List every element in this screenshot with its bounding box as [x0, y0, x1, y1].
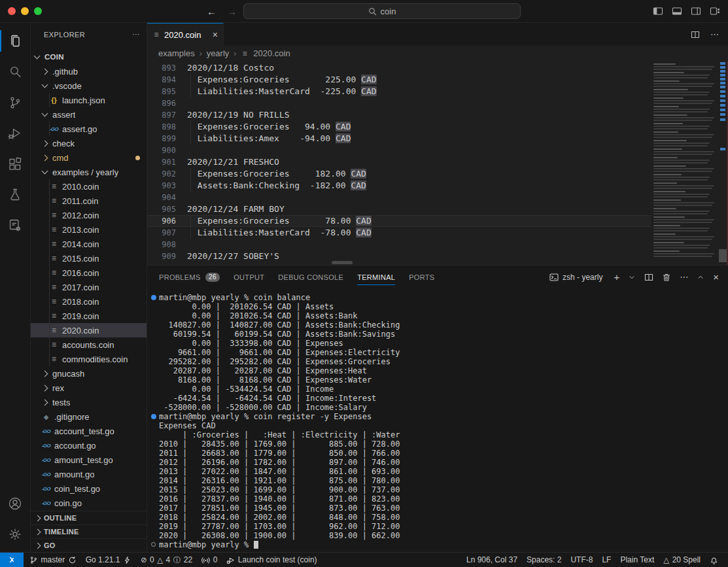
panel-tab-debug-console[interactable]: DEBUG CONSOLE [278, 266, 343, 288]
command-decoration-icon[interactable] [151, 414, 156, 419]
tree-item-rex[interactable]: rex [31, 381, 147, 395]
close-tab-icon[interactable]: × [213, 29, 218, 40]
panel-tab-terminal[interactable]: TERMINAL [357, 266, 395, 288]
tree-item-2020-coin[interactable]: ≡2020.coin [31, 323, 147, 337]
tree-item-2013-coin[interactable]: ≡2013.coin [31, 222, 147, 237]
tree-item-coin[interactable]: COIN [31, 50, 147, 64]
status-language-mode[interactable]: Plain Text [615, 553, 659, 567]
new-terminal-button[interactable]: + [614, 272, 619, 282]
status-encoding[interactable]: UTF-8 [566, 553, 597, 567]
explorer-more-actions-icon[interactable]: ⋯ [133, 30, 140, 39]
status-problems[interactable]: ⊘0△4ⓘ22 [136, 553, 197, 567]
tree-item--github[interactable]: .github [31, 64, 147, 78]
sidebar-section-go[interactable]: GO [31, 538, 147, 552]
status-branch[interactable]: master [25, 553, 81, 567]
tree-item-coin-go[interactable]: -GOcoin.go [31, 496, 147, 510]
activity-search-icon[interactable] [0, 56, 31, 87]
tree-item-accounts-coin[interactable]: ≡accounts.coin [31, 337, 147, 352]
status-eol[interactable]: LF [597, 553, 615, 567]
remote-indicator[interactable] [0, 553, 24, 567]
tab-2020-coin[interactable]: ≡ 2020.coin × [147, 23, 224, 46]
tree-item-2018-coin[interactable]: ≡2018.coin [31, 294, 147, 309]
activity-accounts-icon[interactable] [0, 488, 31, 519]
minimap[interactable] [651, 61, 718, 265]
tree-item-amount-go[interactable]: -GOamount.go [31, 467, 147, 481]
panel-tab-ports[interactable]: PORTS [409, 266, 434, 288]
close-panel-icon[interactable]: × [713, 271, 719, 283]
tree-item-assert[interactable]: assert [31, 107, 147, 122]
close-window-button[interactable] [8, 7, 16, 15]
tree-item-assert-go[interactable]: -GOassert.go [31, 122, 147, 136]
tree-item-gnucash[interactable]: gnucash [31, 366, 147, 381]
editor-more-actions-icon[interactable]: ⋯ [710, 29, 719, 39]
panel-header: PROBLEMS26OUTPUTDEBUG CONSOLETERMINALPOR… [147, 266, 728, 288]
status-indentation[interactable]: Spaces: 2 [522, 553, 566, 567]
status-notifications[interactable] [705, 553, 723, 567]
maximize-panel-icon[interactable] [697, 273, 704, 281]
sidebar-section-timeline[interactable]: TIMELINE [31, 524, 147, 538]
activity-explorer-icon[interactable] [0, 26, 31, 56]
tree-item-2017-coin[interactable]: ≡2017.coin [31, 280, 147, 294]
tree-item-label: coin.go [54, 498, 82, 508]
breadcrumb-item[interactable]: yearly [207, 48, 230, 58]
navigate-back-button[interactable]: ← [207, 6, 217, 17]
layout-custom-icon[interactable] [710, 6, 720, 16]
breadcrumb-item[interactable]: 2020.coin [253, 48, 290, 58]
minimize-window-button[interactable] [21, 7, 29, 15]
tree-item-account-go[interactable]: -GOaccount.go [31, 438, 147, 453]
tree-item-2011-coin[interactable]: ≡2011.coin [31, 194, 147, 208]
terminal-instance-label[interactable]: zsh - yearly [549, 273, 602, 282]
window-controls [0, 7, 42, 15]
vertical-scrollbar[interactable] [718, 61, 728, 265]
panel-tab-problems[interactable]: PROBLEMS26 [159, 266, 220, 288]
status-port-broadcast[interactable]: 0 [197, 553, 222, 567]
terminal-dropdown-icon[interactable] [628, 273, 636, 281]
horizontal-scrollbar[interactable] [332, 261, 353, 264]
tree-item-2019-coin[interactable]: ≡2019.coin [31, 309, 147, 323]
zoom-window-button[interactable] [34, 7, 42, 15]
tree-item-account-test-go[interactable]: -GOaccount_test.go [31, 424, 147, 438]
tree-item-launch-json[interactable]: {}launch.json [31, 93, 147, 107]
terminal[interactable]: martin@mbp yearly % coin balance 0.00 | … [147, 288, 728, 552]
status-debug-launch[interactable]: Launch coin test (coin) [222, 553, 321, 567]
tree-item-amount-test-go[interactable]: -GOamount_test.go [31, 453, 147, 467]
status-go-version[interactable]: Go 1.21.1 [81, 553, 136, 567]
status-spell-checker[interactable]: △20 Spell [659, 553, 705, 567]
panel-more-actions-icon[interactable]: ⋯ [680, 272, 688, 282]
tree-item--vscode[interactable]: .vscode [31, 78, 147, 93]
tree-item-cmd[interactable]: cmd [31, 150, 147, 165]
navigate-forward-button[interactable]: → [227, 6, 237, 17]
breadcrumb-item[interactable]: examples [158, 48, 195, 58]
split-editor-icon[interactable] [691, 30, 700, 39]
editor[interactable]: 8932020/12/18 Costco894 Expenses:Groceri… [147, 61, 728, 265]
tree-item-2010-coin[interactable]: ≡2010.coin [31, 179, 147, 194]
command-decoration-icon[interactable] [151, 542, 156, 547]
split-terminal-icon[interactable] [644, 273, 653, 282]
tree-item-examples-yearly[interactable]: examples / yearly [31, 165, 147, 179]
panel-tab-output[interactable]: OUTPUT [234, 266, 264, 288]
activity-run-and-debug-icon[interactable] [0, 118, 31, 148]
layout-sidebar-right-icon[interactable] [691, 6, 701, 16]
status-cursor-position[interactable]: Ln 906, Col 37 [462, 553, 522, 567]
layout-panel-icon[interactable] [672, 6, 682, 16]
tree-item-2012-coin[interactable]: ≡2012.coin [31, 208, 147, 222]
activity-testing-icon[interactable] [0, 179, 31, 210]
kill-terminal-icon[interactable] [662, 273, 671, 282]
tree-item-2016-coin[interactable]: ≡2016.coin [31, 266, 147, 280]
command-center[interactable]: coin [243, 3, 521, 19]
activity-go-file-icon[interactable] [0, 210, 31, 241]
tree-item-tests[interactable]: tests [31, 395, 147, 409]
tree-item-commodities-coin[interactable]: ≡commodities.coin [31, 352, 147, 366]
command-decoration-icon[interactable] [151, 295, 156, 300]
tree-item-check[interactable]: check [31, 136, 147, 150]
tree-item--gitignore[interactable]: ◆.gitignore [31, 409, 147, 424]
activity-extensions-icon[interactable] [0, 148, 31, 179]
tree-item-2014-coin[interactable]: ≡2014.coin [31, 237, 147, 251]
tree-item-coin-test-go[interactable]: -GOcoin_test.go [31, 481, 147, 496]
sidebar-section-outline[interactable]: OUTLINE [31, 511, 147, 524]
activity-settings-icon[interactable] [0, 519, 31, 549]
layout-sidebar-left-icon[interactable] [653, 6, 663, 16]
activity-source-control-icon[interactable] [0, 87, 31, 118]
tree-item-2015-coin[interactable]: ≡2015.coin [31, 251, 147, 266]
scrollbar-thumb[interactable] [719, 249, 727, 262]
